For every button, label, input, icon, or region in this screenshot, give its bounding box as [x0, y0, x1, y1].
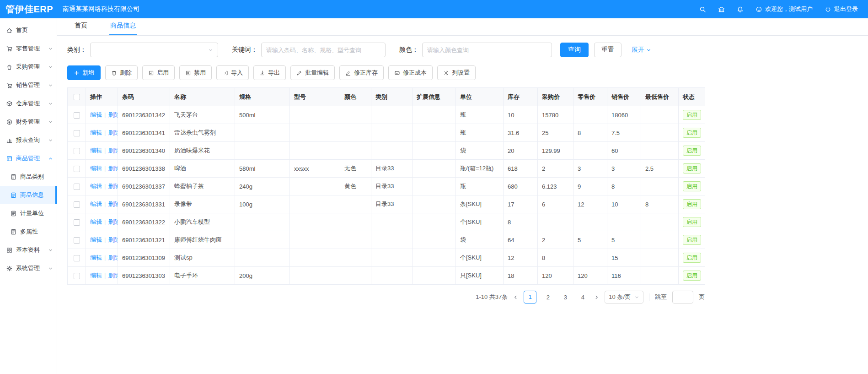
delete-link[interactable]: 删除: [108, 272, 118, 279]
pagination: 1-10 共37条 1 2 3 4 10 条/页 跳至 页: [67, 291, 705, 304]
batch-edit-button[interactable]: 批量编辑: [290, 65, 335, 80]
edit-link[interactable]: 编辑: [90, 183, 102, 190]
select-all-checkbox[interactable]: [74, 94, 80, 100]
cell-stock: 10: [504, 106, 538, 124]
delete-link[interactable]: 删除: [108, 147, 118, 154]
keyword-label: 关键词：: [232, 46, 257, 54]
sidebar-item-goods[interactable]: 商品管理: [0, 149, 57, 168]
category-select[interactable]: [90, 43, 218, 57]
column-settings-icon: [443, 70, 449, 76]
row-checkbox[interactable]: [74, 201, 80, 208]
sidebar-item-home[interactable]: 首页: [0, 21, 57, 39]
cell-unit: 条[SKU]: [456, 195, 504, 213]
sidebar-item-goods-category[interactable]: 商品类别: [0, 168, 57, 186]
logout-button[interactable]: 退出登录: [825, 5, 858, 13]
sidebar-item-label: 商品管理: [16, 154, 40, 163]
tab-home[interactable]: 首页: [74, 22, 88, 35]
delete-link[interactable]: 删除: [108, 236, 118, 243]
reset-button[interactable]: 重置: [594, 43, 622, 57]
delete-link[interactable]: 删除: [108, 254, 118, 261]
sidebar-item-purchase[interactable]: 采购管理: [0, 58, 57, 76]
delete-link[interactable]: 删除: [108, 201, 118, 207]
prev-page-button[interactable]: [513, 295, 518, 300]
keyword-input[interactable]: [261, 43, 386, 57]
chevron-up-icon: [48, 156, 53, 161]
sidebar-item-basic-data[interactable]: 基本资料: [0, 241, 57, 259]
sidebar-item-multi-attribute[interactable]: 多属性: [0, 222, 57, 241]
delete-button[interactable]: 删除: [105, 65, 138, 80]
search-button[interactable]: 查询: [560, 43, 589, 57]
page-size-select[interactable]: 10 条/页: [605, 291, 643, 304]
column-settings-button[interactable]: 列设置: [437, 65, 476, 80]
edit-link[interactable]: 编辑: [90, 111, 102, 118]
page-number-3[interactable]: 3: [559, 294, 571, 301]
delete-link[interactable]: 删除: [108, 165, 118, 172]
row-checkbox[interactable]: [74, 130, 80, 136]
status-badge: 启用: [683, 110, 701, 120]
sidebar-item-report[interactable]: 报表查询: [0, 131, 57, 149]
tab-goods-info[interactable]: 商品信息: [109, 22, 137, 35]
edit-link[interactable]: 编辑: [90, 272, 102, 279]
disable-button-label: 禁用: [194, 69, 206, 77]
link-separator: |: [104, 218, 106, 225]
sidebar-item-retail[interactable]: 零售管理: [0, 39, 57, 58]
edit-link[interactable]: 编辑: [90, 129, 102, 136]
import-button[interactable]: 导入: [216, 65, 249, 80]
disable-button[interactable]: 禁用: [179, 65, 212, 80]
welcome-user[interactable]: 欢迎您，测试用户: [755, 5, 813, 13]
enable-button-label: 启用: [157, 69, 169, 77]
sidebar-item-sales[interactable]: 销售管理: [0, 76, 57, 94]
bell-icon[interactable]: [737, 6, 744, 13]
row-checkbox[interactable]: [74, 148, 80, 154]
export-button[interactable]: 导出: [253, 65, 286, 80]
row-checkbox[interactable]: [74, 184, 80, 190]
delete-link[interactable]: 删除: [108, 111, 118, 118]
cell-stock: 618: [504, 160, 538, 178]
edit-link[interactable]: 编辑: [90, 201, 102, 207]
delete-link[interactable]: 删除: [108, 129, 118, 136]
cell-category: [371, 231, 413, 249]
sidebar-item-system[interactable]: 系统管理: [0, 259, 57, 277]
link-separator: |: [104, 147, 106, 154]
row-checkbox[interactable]: [74, 273, 80, 279]
color-input[interactable]: [422, 43, 552, 57]
row-checkbox[interactable]: [74, 166, 80, 172]
page-number-1[interactable]: 1: [524, 291, 536, 304]
sidebar-item-label: 财务管理: [16, 118, 40, 126]
cell-ext-info: [413, 142, 456, 160]
sidebar-item-goods-info[interactable]: 商品信息: [0, 186, 57, 204]
bank-icon[interactable]: [718, 6, 725, 13]
row-actions-cell: 编辑|删除: [86, 124, 118, 142]
row-checkbox[interactable]: [74, 237, 80, 244]
delete-link[interactable]: 删除: [108, 183, 118, 190]
cell-stock: 12: [504, 249, 538, 267]
cell-color: [340, 195, 371, 213]
sidebar-item-measure-unit[interactable]: 计量单位: [0, 204, 57, 222]
edit-link[interactable]: 编辑: [90, 218, 102, 225]
edit-link[interactable]: 编辑: [90, 236, 102, 243]
cost-fix-button[interactable]: 修正成本: [388, 65, 433, 80]
sidebar-item-warehouse[interactable]: 仓库管理: [0, 94, 57, 113]
expand-link[interactable]: 展开: [632, 46, 651, 54]
column-header: 状态: [679, 88, 705, 106]
edit-link[interactable]: 编辑: [90, 254, 102, 261]
enable-button[interactable]: 启用: [142, 65, 175, 80]
edit-link[interactable]: 编辑: [90, 147, 102, 154]
row-checkbox[interactable]: [74, 112, 80, 119]
add-button[interactable]: 新增: [67, 65, 101, 80]
sidebar-item-label: 首页: [16, 26, 28, 34]
edit-link[interactable]: 编辑: [90, 165, 102, 172]
cell-category: [371, 106, 413, 124]
jump-page-input[interactable]: [672, 291, 693, 304]
page-number-2[interactable]: 2: [542, 294, 554, 301]
row-checkbox-cell: [68, 124, 86, 142]
search-icon[interactable]: [699, 6, 706, 13]
row-checkbox[interactable]: [74, 219, 80, 226]
stock-fix-button[interactable]: 修正库存: [339, 65, 384, 80]
delete-link[interactable]: 删除: [108, 218, 118, 225]
next-page-button[interactable]: [594, 295, 599, 300]
row-checkbox[interactable]: [74, 255, 80, 261]
sidebar-item-finance[interactable]: 财务管理: [0, 113, 57, 131]
doc-icon: [10, 173, 17, 180]
page-number-4[interactable]: 4: [577, 294, 589, 301]
